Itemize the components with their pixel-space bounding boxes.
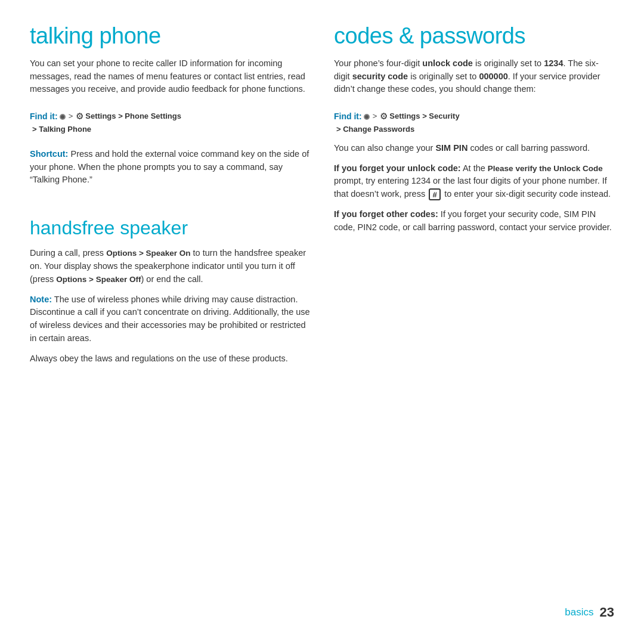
basics-label: basics [565, 606, 593, 618]
right-column: codes & passwords Your phone’s four-digi… [334, 24, 614, 620]
codes-pre1: Your phone’s four-digit [334, 58, 422, 68]
codes-body1: Your phone’s four-digit unlock code is o… [334, 57, 614, 96]
codes-findit-label: Find it: [334, 110, 362, 123]
page-number: 23 [600, 605, 614, 620]
always-obey-text: Always obey the laws and regulations on … [30, 352, 310, 366]
findit-line1: Find it: > ⚙ Settings > Phone Settings [30, 109, 310, 123]
codes-nav-arrow1: > [373, 110, 377, 123]
options-speaker-off: Options > Speaker Off [56, 275, 141, 284]
handsfree-post: ) or end the call. [141, 274, 203, 284]
note-block: Note: The use of wireless phones while d… [30, 293, 310, 345]
codes-nav-dot-icon [364, 114, 370, 120]
security-code-bold: security code [352, 72, 408, 81]
talking-phone-body: You can set your phone to recite caller … [30, 57, 310, 96]
unlock-code-bold: unlock code [422, 58, 473, 68]
nav-dot-icon [60, 114, 66, 120]
codes-mid3: is originally set to [408, 72, 479, 81]
codes-findit-sub-line: > Change Passwords [334, 123, 614, 136]
options-speaker-on: Options > Speaker On [106, 249, 190, 258]
findit-sub: > Talking Phone [32, 123, 91, 136]
sim-post: codes or call barring password. [467, 143, 590, 153]
codes-settings-gear-icon: ⚙ [380, 109, 388, 123]
forget-other-label: If you forget other codes: [334, 209, 438, 219]
right-inner: codes & passwords Your phone’s four-digi… [334, 24, 614, 620]
codes-findit-sub: > Change Passwords [336, 123, 414, 136]
codes-findit: Find it: > ⚙ Settings > Security > Chang… [334, 109, 614, 136]
page: talking phone You can set your phone to … [0, 0, 644, 644]
handsfree-body1: During a call, press Options > Speaker O… [30, 247, 310, 286]
note-text: The use of wireless phones while driving… [30, 295, 310, 343]
talking-phone-findit: Find it: > ⚙ Settings > Phone Settings >… [30, 109, 310, 136]
sim-pin-bold: SIM PIN [435, 143, 467, 153]
shortcut-block: Shortcut: Press and hold the external vo… [30, 148, 310, 194]
codes-mid1: is originally set to [473, 58, 544, 68]
handsfree-title: handsfree speaker [30, 218, 310, 239]
shortcut-body: Press and hold the external voice comman… [30, 149, 309, 185]
findit-sub-line: > Talking Phone [30, 123, 310, 136]
codes-findit-path: Settings > Security [389, 110, 459, 123]
forget-pre: At the [461, 163, 488, 173]
verify-unlock-bold: Please verify the Unlock Code [488, 164, 603, 173]
hash-box-icon: # [429, 188, 441, 200]
000000-bold: 000000 [479, 72, 507, 81]
shortcut-label: Shortcut: [30, 149, 68, 159]
forget-post: to enter your six-digit security code in… [442, 189, 611, 199]
findit-path1: Settings > Phone Settings [85, 110, 181, 123]
codes-passwords-title: codes & passwords [334, 24, 614, 49]
forget-unlock-block: If you forget your unlock code: At the P… [334, 162, 614, 201]
forget-unlock-label: If you forget your unlock code: [334, 163, 461, 173]
note-label: Note: [30, 295, 52, 304]
left-column: talking phone You can set your phone to … [30, 24, 310, 620]
sim-pin-body: You can also change your SIM PIN codes o… [334, 142, 614, 155]
talking-phone-title: talking phone [30, 24, 310, 49]
sim-pre: You can also change your [334, 143, 435, 153]
settings-gear-icon: ⚙ [76, 109, 83, 123]
findit-label: Find it: [30, 110, 58, 123]
forget-other-block: If you forget other codes: If you forget… [334, 208, 614, 234]
footer-row: basics 23 [334, 599, 614, 620]
handsfree-pre: During a call, press [30, 248, 106, 258]
footer: basics 23 [334, 599, 614, 620]
shortcut-text: Shortcut: Press and hold the external vo… [30, 148, 310, 187]
1234-bold: 1234 [544, 58, 563, 68]
nav-arrow1: > [69, 110, 73, 123]
codes-findit-line1: Find it: > ⚙ Settings > Security [334, 109, 614, 123]
